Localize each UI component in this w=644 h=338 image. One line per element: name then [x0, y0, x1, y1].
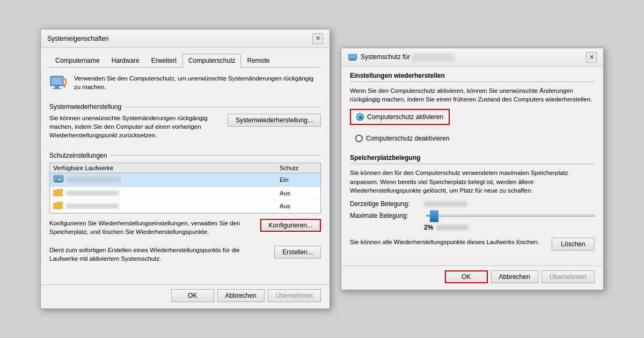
left-ok-button[interactable]: OK [171, 289, 214, 302]
percent-blurred [436, 225, 469, 230]
speicherplatz-header: Speicherplatzbelegung [350, 154, 595, 161]
loeschen-text: Sie können alle Wiederherstellungspunkte… [350, 238, 546, 246]
systemeigenschaften-dialog: Systemeigenschaften ✕ Computername Hardw… [40, 29, 330, 309]
radio-deactivate-label: Computerschutz deaktivieren [366, 135, 449, 142]
tab-hardware[interactable]: Hardware [106, 54, 145, 68]
erstellen-row: Dient zum sofortigen Erstellen eines Wie… [49, 246, 321, 267]
slider-thumb[interactable] [430, 210, 438, 222]
systemwiederherstellung-button[interactable]: Systemwiederherstellung... [228, 114, 321, 127]
left-dialog-title: Systemeigenschaften [47, 35, 109, 42]
radio-activate-label: Computerschutz aktivieren [367, 113, 443, 121]
drive-icon-folder-1 [53, 189, 63, 198]
radio-activate-circle[interactable] [356, 113, 364, 121]
erstellen-text: Dient zum sofortigen Erstellen eines Wie… [49, 246, 269, 263]
right-dialog-title: Systemschutz für [361, 53, 455, 61]
table-header: Verfügbare Laufwerke Schutz [50, 163, 320, 173]
schutz-2: Aus [280, 190, 317, 196]
drive-icon-folder-2 [53, 202, 63, 211]
loeschen-row: Sie können alle Wiederherstellungspunkte… [350, 238, 595, 251]
svg-point-8 [58, 182, 59, 183]
radio-deactivate-group[interactable]: Computerschutz deaktivieren [350, 131, 595, 145]
svg-rect-12 [58, 179, 61, 181]
maximale-belegung-row: Maximale Belegung: [350, 212, 595, 219]
left-dialog-content: Computername Hardware Erweitert Computer… [41, 48, 330, 280]
svg-rect-3 [53, 88, 61, 89]
schutz-1: Ein [280, 177, 317, 183]
right-dialog-buttons: OK Abbrechen Übernehmen [341, 266, 603, 290]
derzeitige-belegung-row: Derzeitige Belegung: [350, 200, 595, 208]
konfigurieren-row: Konfigurieren Sie Wiederherstellungseins… [49, 219, 321, 240]
right-dialog-close-button[interactable]: ✕ [586, 52, 597, 63]
svg-rect-10 [58, 177, 61, 179]
einstellungen-divider [350, 82, 595, 82]
svg-rect-9 [56, 177, 58, 179]
speicherplatz-description: Sie können den für den Computerschutz ve… [350, 168, 595, 194]
info-text: Verwenden Sie den Computerschutz, um une… [74, 74, 321, 91]
einstellungen-header: Einstellungen wiederherstellen [350, 72, 595, 79]
radio-activate-group[interactable]: Computerschutz aktivieren [350, 109, 450, 125]
systemwiederherstellung-text: Sie können unerwünschte Systemänderungen… [49, 114, 222, 139]
right-ok-button[interactable]: OK [445, 270, 488, 283]
schutz-3: Aus [280, 203, 317, 209]
left-dialog-title-area: Systemeigenschaften [47, 35, 109, 42]
systemschutz-dialog: Systemschutz für ✕ Einstellungen wiederh… [341, 48, 604, 290]
percent-row: 2% [350, 224, 595, 231]
tab-bar: Computername Hardware Erweitert Computer… [49, 53, 321, 68]
konfigurieren-text: Konfigurieren Sie Wiederherstellungseins… [49, 219, 255, 236]
right-dialog-content: Einstellungen wiederherstellen Wenn Sie … [341, 67, 603, 261]
erstellen-button[interactable]: Erstellen... [274, 246, 321, 259]
schutzeinstellungen-header: Schutzeinstellungen [49, 152, 321, 159]
systemwiederherstellung-header: Systemwiederherstellung [49, 103, 321, 111]
hostname-blurred [412, 54, 455, 61]
svg-rect-14 [349, 55, 356, 58]
table-row[interactable]: Ein [50, 173, 320, 187]
table-row[interactable]: Aus [50, 200, 320, 213]
left-abbrechen-button[interactable]: Abbrechen [217, 289, 265, 302]
speicher-slider-track[interactable] [426, 215, 595, 217]
derzeitige-value-blurred [424, 201, 467, 207]
einstellungen-description: Wenn Sie den Computerschutz aktivieren, … [350, 86, 595, 104]
drive-name-3 [65, 203, 119, 209]
left-uebernehmen-button[interactable]: Übernehmen [268, 289, 321, 302]
systemwiederherstellung-row: Sie können unerwünschte Systemänderungen… [49, 114, 321, 144]
right-abbrechen-button[interactable]: Abbrechen [491, 270, 538, 283]
right-dialog-titlebar: Systemschutz für ✕ [341, 48, 603, 67]
tab-computerschutz[interactable]: Computerschutz [182, 54, 241, 68]
svg-rect-1 [52, 77, 62, 85]
table-row[interactable]: Aus [50, 187, 320, 200]
tab-erweitert[interactable]: Erweitert [145, 54, 182, 68]
svg-rect-15 [349, 60, 356, 61]
system-icon [49, 74, 69, 93]
drive-name-2 [65, 190, 119, 196]
laufwerke-table: Verfügbare Laufwerke Schutz [49, 163, 321, 214]
svg-rect-2 [55, 86, 59, 88]
drive-icon-system [53, 175, 64, 185]
col-header-schutz: Schutz [280, 165, 317, 171]
percent-value: 2% [424, 224, 433, 231]
drive-name-1 [67, 177, 120, 182]
speicherplatz-divider [350, 164, 595, 164]
konfigurieren-button[interactable]: Konfigurieren... [260, 219, 321, 232]
info-row: Verwenden Sie den Computerschutz, um une… [49, 74, 321, 95]
col-header-laufwerke: Verfügbare Laufwerke [53, 165, 280, 171]
loeschen-button[interactable]: Löschen [552, 238, 595, 251]
derzeitige-label: Derzeitige Belegung: [350, 200, 420, 208]
radio-deactivate-circle[interactable] [355, 135, 363, 142]
left-dialog-buttons: OK Abbrechen Übernehmen [41, 284, 330, 308]
left-dialog-close-button[interactable]: ✕ [312, 33, 323, 44]
right-dialog-title-area: Systemschutz für [348, 53, 455, 61]
right-uebernehmen-button[interactable]: Übernehmen [541, 270, 595, 283]
maximale-label: Maximale Belegung: [350, 212, 420, 219]
systemschutz-title-icon [348, 54, 357, 61]
tab-remote[interactable]: Remote [241, 54, 275, 68]
left-dialog-titlebar: Systemeigenschaften ✕ [41, 30, 330, 48]
svg-rect-11 [56, 179, 58, 181]
tab-computername[interactable]: Computername [49, 54, 106, 68]
